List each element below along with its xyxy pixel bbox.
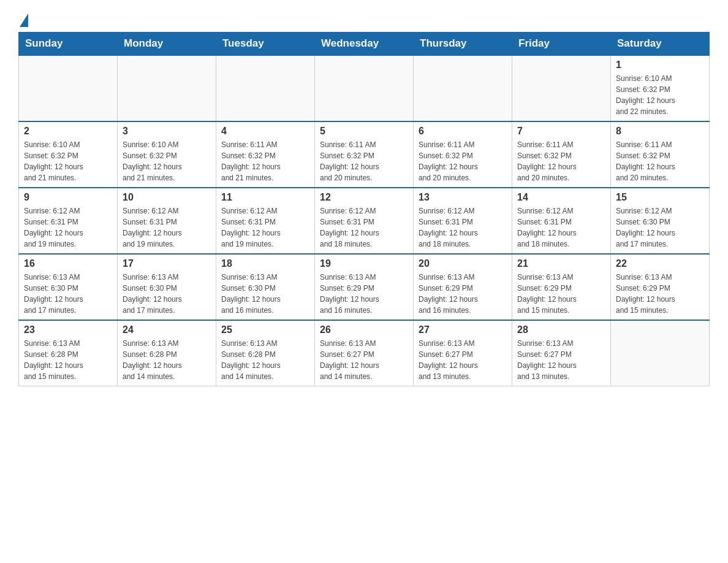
day-info: Sunrise: 6:13 AMSunset: 6:30 PMDaylight:…: [24, 272, 112, 316]
day-info: Sunrise: 6:12 AMSunset: 6:31 PMDaylight:…: [517, 205, 605, 250]
day-number: 14: [517, 192, 605, 203]
week-row-1: 1Sunrise: 6:10 AMSunset: 6:32 PMDaylight…: [19, 55, 710, 121]
day-number: 5: [320, 126, 408, 137]
logo-triangle-icon: [20, 13, 28, 27]
calendar-cell: [19, 55, 118, 121]
calendar-cell: 27Sunrise: 6:13 AMSunset: 6:27 PMDayligh…: [414, 320, 512, 386]
calendar-cell: 8Sunrise: 6:11 AMSunset: 6:32 PMDaylight…: [611, 121, 710, 188]
day-info: Sunrise: 6:13 AMSunset: 6:29 PMDaylight:…: [616, 272, 704, 316]
calendar-cell: [216, 55, 315, 121]
day-number: 23: [24, 324, 112, 335]
day-info: Sunrise: 6:11 AMSunset: 6:32 PMDaylight:…: [616, 139, 704, 183]
day-info: Sunrise: 6:13 AMSunset: 6:28 PMDaylight:…: [221, 338, 309, 382]
calendar-cell: 14Sunrise: 6:12 AMSunset: 6:31 PMDayligh…: [512, 188, 611, 254]
day-number: 2: [24, 126, 112, 137]
calendar-table: SundayMondayTuesdayWednesdayThursdayFrid…: [18, 32, 710, 386]
calendar-cell: 21Sunrise: 6:13 AMSunset: 6:29 PMDayligh…: [512, 254, 611, 320]
day-info: Sunrise: 6:11 AMSunset: 6:32 PMDaylight:…: [221, 139, 309, 183]
day-number: 24: [123, 324, 211, 335]
day-number: 22: [616, 258, 704, 269]
day-info: Sunrise: 6:13 AMSunset: 6:27 PMDaylight:…: [517, 338, 605, 382]
calendar-cell: [512, 55, 611, 121]
day-number: 4: [221, 126, 309, 137]
calendar-cell: 22Sunrise: 6:13 AMSunset: 6:29 PMDayligh…: [611, 254, 710, 320]
day-number: 25: [221, 324, 309, 335]
day-number: 28: [517, 324, 605, 335]
day-number: 7: [517, 126, 605, 137]
day-info: Sunrise: 6:12 AMSunset: 6:31 PMDaylight:…: [221, 205, 309, 250]
calendar-cell: 3Sunrise: 6:10 AMSunset: 6:32 PMDaylight…: [118, 121, 216, 188]
calendar-cell: 6Sunrise: 6:11 AMSunset: 6:32 PMDaylight…: [414, 121, 512, 188]
day-info: Sunrise: 6:13 AMSunset: 6:29 PMDaylight:…: [419, 272, 507, 316]
day-info: Sunrise: 6:11 AMSunset: 6:32 PMDaylight:…: [320, 139, 408, 183]
day-info: Sunrise: 6:13 AMSunset: 6:28 PMDaylight:…: [123, 338, 211, 382]
day-number: 9: [24, 192, 112, 203]
calendar-cell: 15Sunrise: 6:12 AMSunset: 6:30 PMDayligh…: [611, 188, 710, 254]
day-info: Sunrise: 6:12 AMSunset: 6:31 PMDaylight:…: [320, 205, 408, 250]
calendar-cell: 26Sunrise: 6:13 AMSunset: 6:27 PMDayligh…: [315, 320, 414, 386]
day-header-friday: Friday: [512, 33, 611, 56]
week-row-4: 16Sunrise: 6:13 AMSunset: 6:30 PMDayligh…: [19, 254, 710, 320]
day-number: 19: [320, 258, 408, 269]
week-row-5: 23Sunrise: 6:13 AMSunset: 6:28 PMDayligh…: [19, 320, 710, 386]
day-info: Sunrise: 6:13 AMSunset: 6:29 PMDaylight:…: [320, 272, 408, 316]
calendar-cell: [414, 55, 512, 121]
day-header-thursday: Thursday: [414, 33, 512, 56]
calendar-cell: 24Sunrise: 6:13 AMSunset: 6:28 PMDayligh…: [118, 320, 216, 386]
day-number: 13: [419, 192, 507, 203]
logo: [18, 12, 28, 26]
day-info: Sunrise: 6:13 AMSunset: 6:30 PMDaylight:…: [221, 272, 309, 316]
calendar-cell: 20Sunrise: 6:13 AMSunset: 6:29 PMDayligh…: [414, 254, 512, 320]
day-header-tuesday: Tuesday: [216, 33, 315, 56]
day-info: Sunrise: 6:12 AMSunset: 6:30 PMDaylight:…: [616, 205, 704, 250]
day-header-wednesday: Wednesday: [315, 33, 414, 56]
day-info: Sunrise: 6:12 AMSunset: 6:31 PMDaylight:…: [123, 205, 211, 250]
day-number: 1: [616, 59, 704, 71]
day-number: 20: [419, 258, 507, 269]
calendar-cell: [118, 55, 216, 121]
calendar-cell: 5Sunrise: 6:11 AMSunset: 6:32 PMDaylight…: [315, 121, 414, 188]
day-header-monday: Monday: [118, 33, 216, 56]
calendar-cell: 2Sunrise: 6:10 AMSunset: 6:32 PMDaylight…: [19, 121, 118, 188]
calendar-cell: [315, 55, 414, 121]
day-info: Sunrise: 6:13 AMSunset: 6:28 PMDaylight:…: [24, 338, 112, 382]
day-info: Sunrise: 6:10 AMSunset: 6:32 PMDaylight:…: [616, 73, 704, 117]
day-number: 16: [24, 258, 112, 269]
day-header-saturday: Saturday: [611, 33, 710, 56]
calendar-cell: 17Sunrise: 6:13 AMSunset: 6:30 PMDayligh…: [118, 254, 216, 320]
calendar-cell: 11Sunrise: 6:12 AMSunset: 6:31 PMDayligh…: [216, 188, 315, 254]
calendar-cell: 12Sunrise: 6:12 AMSunset: 6:31 PMDayligh…: [315, 188, 414, 254]
day-info: Sunrise: 6:12 AMSunset: 6:31 PMDaylight:…: [24, 205, 112, 250]
calendar-cell: 4Sunrise: 6:11 AMSunset: 6:32 PMDaylight…: [216, 121, 315, 188]
day-info: Sunrise: 6:11 AMSunset: 6:32 PMDaylight:…: [517, 139, 605, 183]
page-header: [18, 12, 710, 26]
day-number: 26: [320, 324, 408, 335]
days-header-row: SundayMondayTuesdayWednesdayThursdayFrid…: [19, 33, 710, 56]
calendar-cell: 16Sunrise: 6:13 AMSunset: 6:30 PMDayligh…: [19, 254, 118, 320]
day-number: 6: [419, 126, 507, 137]
calendar-cell: 18Sunrise: 6:13 AMSunset: 6:30 PMDayligh…: [216, 254, 315, 320]
calendar-cell: 10Sunrise: 6:12 AMSunset: 6:31 PMDayligh…: [118, 188, 216, 254]
day-info: Sunrise: 6:10 AMSunset: 6:32 PMDaylight:…: [24, 139, 112, 183]
calendar-cell: 28Sunrise: 6:13 AMSunset: 6:27 PMDayligh…: [512, 320, 611, 386]
calendar-cell: 7Sunrise: 6:11 AMSunset: 6:32 PMDaylight…: [512, 121, 611, 188]
day-number: 15: [616, 192, 704, 203]
day-number: 21: [517, 258, 605, 269]
day-number: 8: [616, 126, 704, 137]
day-number: 18: [221, 258, 309, 269]
day-info: Sunrise: 6:13 AMSunset: 6:27 PMDaylight:…: [419, 338, 507, 382]
day-number: 27: [419, 324, 507, 335]
calendar-cell: 19Sunrise: 6:13 AMSunset: 6:29 PMDayligh…: [315, 254, 414, 320]
calendar-cell: [611, 320, 710, 386]
day-info: Sunrise: 6:13 AMSunset: 6:27 PMDaylight:…: [320, 338, 408, 382]
day-info: Sunrise: 6:10 AMSunset: 6:32 PMDaylight:…: [123, 139, 211, 183]
calendar-cell: 23Sunrise: 6:13 AMSunset: 6:28 PMDayligh…: [19, 320, 118, 386]
day-number: 10: [123, 192, 211, 203]
day-header-sunday: Sunday: [19, 33, 118, 56]
day-info: Sunrise: 6:11 AMSunset: 6:32 PMDaylight:…: [419, 139, 507, 183]
calendar-cell: 25Sunrise: 6:13 AMSunset: 6:28 PMDayligh…: [216, 320, 315, 386]
day-info: Sunrise: 6:12 AMSunset: 6:31 PMDaylight:…: [419, 205, 507, 250]
week-row-3: 9Sunrise: 6:12 AMSunset: 6:31 PMDaylight…: [19, 188, 710, 254]
day-number: 12: [320, 192, 408, 203]
day-number: 17: [123, 258, 211, 269]
